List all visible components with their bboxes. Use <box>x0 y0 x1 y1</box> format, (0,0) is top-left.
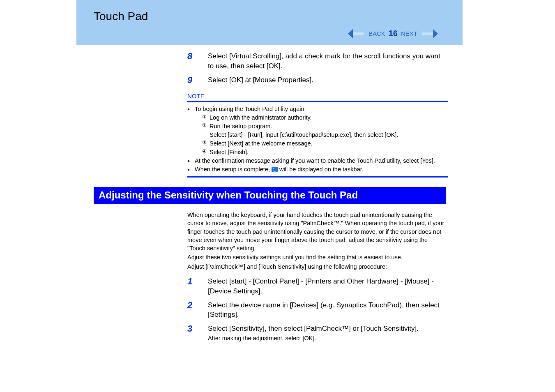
substep-4: ④ Select [Finish]. <box>202 148 398 157</box>
step-1: 1 Select [start] - [Control Panel] - [Pr… <box>187 277 446 296</box>
substep-2-detail: Select [start] - [Run], input [c:\util\t… <box>210 131 398 139</box>
note-bullet-1: To begin using the Touch Pad utility aga… <box>187 105 446 157</box>
step-text: Select [Sensitivity], then select [PalmC… <box>208 324 419 334</box>
lower-content: When operating the keyboard, if your han… <box>187 211 446 346</box>
note-text: To begin using the Touch Pad utility aga… <box>195 105 398 113</box>
upper-content: 8 Select [Virtual Scrolling], add a chec… <box>187 51 446 180</box>
substep-2: ② Run the setup program. <box>202 122 398 131</box>
note-bullet-3: When the setup is complete, will be disp… <box>187 165 446 174</box>
circled-number-icon: ② <box>202 122 210 131</box>
bullet-icon <box>187 157 195 165</box>
step-text: Select [Virtual Scrolling], add a check … <box>208 51 446 71</box>
step-number: 8 <box>187 51 208 71</box>
note-body: To begin using the Touch Pad utility aga… <box>187 105 446 174</box>
svg-rect-1 <box>353 32 364 35</box>
step-text: Select the device name in [Devices] (e.g… <box>208 300 446 320</box>
note-bullet-2: At the confirmation message asking if yo… <box>187 157 446 165</box>
paragraph: Adjust these two sensitivity settings un… <box>187 253 446 261</box>
next-arrow-icon[interactable] <box>421 29 438 38</box>
step-number: 9 <box>187 75 208 85</box>
page: BACK 16 NEXT Touch Pad 8 Select [Virtual… <box>0 0 555 392</box>
back-arrow-icon[interactable] <box>348 29 365 38</box>
note-label: NOTE <box>187 92 446 99</box>
substep-text: Log on with the administrator authority. <box>210 113 398 122</box>
step-number: 3 <box>187 324 208 341</box>
touchpad-tray-icon <box>272 167 278 172</box>
note-bottom-rule <box>187 176 448 178</box>
next-link[interactable]: NEXT <box>401 30 417 37</box>
back-link[interactable]: BACK <box>368 30 385 37</box>
substep-3: ③ Select [Next] at the welcome message. <box>202 139 398 148</box>
step-9: 9 Select [OK] at [Mouse Properties]. <box>187 75 446 85</box>
svg-marker-0 <box>348 29 353 38</box>
section-heading: Adjusting the Sensitivity when Touching … <box>94 187 446 204</box>
step-2: 2 Select the device name in [Devices] (e… <box>187 300 446 320</box>
step-3: 3 Select [Sensitivity], then select [Pal… <box>187 324 446 341</box>
substep-text: Select [Next] at the welcome message. <box>210 139 398 148</box>
page-number: 16 <box>389 29 398 38</box>
svg-rect-2 <box>422 32 433 35</box>
note-text: When the setup is complete, will be disp… <box>195 165 364 174</box>
note-text: At the confirmation message asking if yo… <box>195 157 435 165</box>
svg-marker-3 <box>433 29 438 38</box>
substep-text: Select [Finish]. <box>210 148 398 157</box>
circled-number-icon: ① <box>202 113 210 122</box>
step-number: 1 <box>187 277 208 296</box>
step-number: 2 <box>187 300 208 320</box>
bullet-icon <box>187 105 195 157</box>
bullet-icon <box>187 165 195 174</box>
paragraph: When operating the keyboard, if your han… <box>187 211 446 252</box>
step-subtext: After making the adjustment, select [OK]… <box>208 335 419 341</box>
step-text: Select [OK] at [Mouse Properties]. <box>208 75 313 85</box>
note-top-rule <box>187 101 448 102</box>
step-8: 8 Select [Virtual Scrolling], add a chec… <box>187 51 446 71</box>
paragraph: Adjust [PalmCheck™] and [Touch Sensitivi… <box>187 263 446 271</box>
substep-text: Run the setup program. <box>210 122 398 131</box>
page-title: Touch Pad <box>94 10 148 23</box>
substep-1: ① Log on with the administrator authorit… <box>202 113 398 122</box>
nav-bar: BACK 16 NEXT <box>348 29 438 38</box>
step-text: Select [start] - [Control Panel] - [Prin… <box>208 277 446 296</box>
circled-number-icon: ④ <box>202 148 210 157</box>
circled-number-icon: ③ <box>202 139 210 148</box>
